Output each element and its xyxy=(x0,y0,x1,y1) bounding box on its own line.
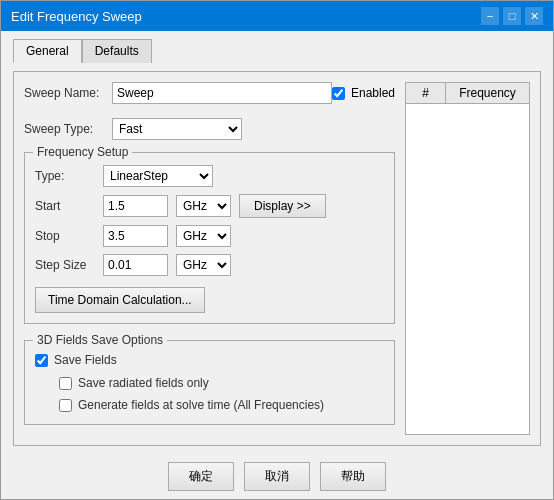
title-bar: Edit Frequency Sweep − □ ✕ xyxy=(1,1,553,31)
freq-start-label: Start xyxy=(35,199,95,213)
frequency-setup-inner: Type: LinearStep LinearCount LogScale St… xyxy=(35,165,384,313)
table-header: # Frequency xyxy=(406,83,529,104)
save-radiated-checkbox[interactable] xyxy=(59,377,72,390)
freq-stop-input[interactable] xyxy=(103,225,168,247)
generate-fields-checkbox[interactable] xyxy=(59,399,72,412)
sweep-type-row: Sweep Type: Fast Interpolating Discrete xyxy=(24,118,395,140)
freq-type-label: Type: xyxy=(35,169,95,183)
edit-frequency-sweep-dialog: Edit Frequency Sweep − □ ✕ General Defau… xyxy=(0,0,554,500)
fields-save-group: 3D Fields Save Options Save Fields Save … xyxy=(24,340,395,425)
frequency-setup-title: Frequency Setup xyxy=(33,145,132,159)
right-panel: # Frequency xyxy=(405,82,530,435)
freq-type-row: Type: LinearStep LinearCount LogScale xyxy=(35,165,384,187)
tab-panel-general: Sweep Name: Enabled Sweep Type: Fast Int… xyxy=(13,71,541,446)
freq-start-unit-select[interactable]: GHz MHz THz xyxy=(176,195,231,217)
tab-general[interactable]: General xyxy=(13,39,82,63)
sweep-name-label: Sweep Name: xyxy=(24,86,104,100)
generate-fields-label: Generate fields at solve time (All Frequ… xyxy=(78,398,324,414)
freq-type-select[interactable]: LinearStep LinearCount LogScale xyxy=(103,165,213,187)
minimize-button[interactable]: − xyxy=(481,7,499,25)
freq-step-label: Step Size xyxy=(35,258,95,272)
dialog-content: General Defaults Sweep Name: Enabled xyxy=(1,31,553,454)
freq-stop-label: Stop xyxy=(35,229,95,243)
table-body xyxy=(406,104,529,434)
dialog-title: Edit Frequency Sweep xyxy=(11,9,142,24)
sweep-name-enabled-row: Sweep Name: Enabled xyxy=(24,82,395,104)
freq-start-input[interactable] xyxy=(103,195,168,217)
time-domain-row: Time Domain Calculation... xyxy=(35,283,384,313)
freq-stop-row: Stop GHz MHz THz xyxy=(35,225,384,247)
bottom-bar: 确定 取消 帮助 xyxy=(1,454,553,499)
table-col-frequency: Frequency xyxy=(446,83,529,103)
left-panel: Sweep Name: Enabled Sweep Type: Fast Int… xyxy=(24,82,395,435)
sweep-name-row: Sweep Name: xyxy=(24,82,332,104)
freq-stop-unit-select[interactable]: GHz MHz THz xyxy=(176,225,231,247)
help-button[interactable]: 帮助 xyxy=(320,462,386,491)
enabled-row: Enabled xyxy=(332,86,395,100)
tab-bar: General Defaults xyxy=(13,39,541,63)
save-radiated-label: Save radiated fields only xyxy=(78,376,209,392)
fields-save-inner: Save Fields Save radiated fields only Ge… xyxy=(35,353,384,414)
freq-step-unit-select[interactable]: GHz MHz THz xyxy=(176,254,231,276)
freq-step-input[interactable] xyxy=(103,254,168,276)
display-button[interactable]: Display >> xyxy=(239,194,326,218)
freq-start-row: Start GHz MHz THz Display >> xyxy=(35,194,384,218)
save-fields-row: Save Fields xyxy=(35,353,384,369)
sweep-name-input[interactable] xyxy=(112,82,332,104)
generate-fields-row: Generate fields at solve time (All Frequ… xyxy=(59,398,384,414)
sweep-type-label: Sweep Type: xyxy=(24,122,104,136)
save-radiated-row: Save radiated fields only xyxy=(59,376,384,392)
ok-button[interactable]: 确定 xyxy=(168,462,234,491)
table-col-hash: # xyxy=(406,83,446,103)
sweep-type-select[interactable]: Fast Interpolating Discrete xyxy=(112,118,242,140)
cancel-button[interactable]: 取消 xyxy=(244,462,310,491)
save-fields-label: Save Fields xyxy=(54,353,117,369)
close-button[interactable]: ✕ xyxy=(525,7,543,25)
fields-save-title: 3D Fields Save Options xyxy=(33,333,167,347)
time-domain-button[interactable]: Time Domain Calculation... xyxy=(35,287,205,313)
enabled-checkbox[interactable] xyxy=(332,87,345,100)
frequency-table: # Frequency xyxy=(405,82,530,435)
maximize-button[interactable]: □ xyxy=(503,7,521,25)
enabled-label: Enabled xyxy=(351,86,395,100)
tab-defaults[interactable]: Defaults xyxy=(82,39,152,63)
save-fields-checkbox[interactable] xyxy=(35,354,48,367)
frequency-setup-group: Frequency Setup Type: LinearStep LinearC… xyxy=(24,152,395,324)
freq-step-row: Step Size GHz MHz THz xyxy=(35,254,384,276)
title-bar-buttons: − □ ✕ xyxy=(481,7,543,25)
